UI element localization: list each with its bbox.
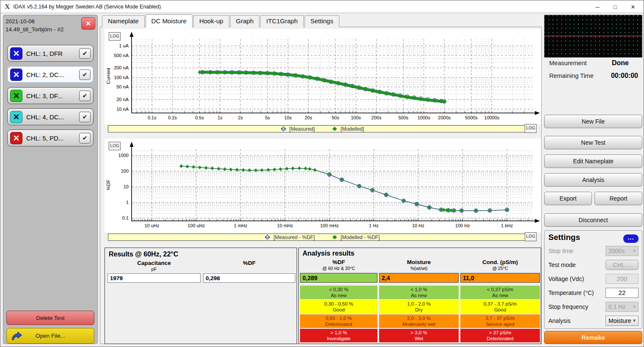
channel-checkbox[interactable]: ✔: [79, 69, 91, 80]
tab-nameplate[interactable]: Nameplate: [102, 15, 145, 27]
analysis-grade-cell: > 1,0 %Investigate: [300, 329, 377, 342]
df-chart-legend: [Measured - %DF][Modelled - %DF]: [108, 234, 537, 241]
svg-text:0.5s: 0.5s: [195, 115, 204, 120]
svg-text:1s: 1s: [217, 115, 223, 120]
channel-item-2[interactable]: ✕CHL: 2, DC...✔: [7, 66, 94, 83]
df-chart[interactable]: 10 uHz100 uHz1 mHz10 mHz100 mHz1 Hz10 Hz…: [105, 138, 541, 232]
analysis-select[interactable]: Moisture▼: [605, 316, 638, 326]
log-scale-button[interactable]: LOG: [525, 124, 537, 133]
report-button[interactable]: Report: [594, 192, 642, 205]
analysis-value: 2,4: [379, 273, 459, 283]
analysis-grade-cell: > 3,0 %Wet: [379, 329, 459, 342]
channel-item-4[interactable]: ✕CHL: 4, DC...✔: [7, 108, 94, 125]
open-file-icon: [11, 331, 23, 341]
analysis-col-subheader: @ 25°C: [460, 266, 540, 271]
tab-dc-moisture[interactable]: DC Moisture: [146, 14, 193, 28]
svg-text:10 Hz: 10 Hz: [412, 223, 424, 228]
analysis-value: 11,0: [460, 273, 540, 283]
svg-text:500 nA: 500 nA: [114, 53, 129, 58]
analysis-col-header: Moisture: [379, 259, 459, 265]
channel-x-icon: ✕: [10, 132, 22, 144]
stop-time-select: 2000s▼: [605, 246, 638, 256]
test-sidebar: 2021-10-06 14.49_till_Torbjörn - #2 ✕ ✕C…: [3, 15, 98, 344]
channel-item-3[interactable]: ✕CHL: 3, DF...✔: [7, 87, 94, 104]
svg-text:50s: 50s: [332, 115, 339, 120]
svg-text:%DF: %DF: [106, 179, 111, 190]
channel-x-icon: ✕: [10, 90, 22, 102]
new-file-button[interactable]: New File: [544, 115, 642, 128]
app-logo-icon: X: [5, 3, 10, 11]
legend-item: [Measured - %DF]: [264, 234, 314, 240]
svg-text:10: 10: [124, 184, 129, 189]
analysis-grade-cell: 0,30 - 0,50 %Good: [300, 300, 377, 314]
maximize-button-icon[interactable]: □: [606, 0, 624, 13]
analysis-grade-cell: < 0,30 %As new: [300, 286, 377, 299]
log-scale-button[interactable]: LOG: [525, 232, 537, 241]
modelled-marker-icon: [332, 234, 338, 240]
channel-checkbox[interactable]: ✔: [79, 112, 91, 122]
capacitance-unit: pF: [107, 267, 201, 272]
dc-moisture-page: 0.1s0.2s0.5s1s2s5s10s20s50s100s200s500s1…: [100, 27, 542, 344]
analysis-label: Analysis: [548, 317, 605, 324]
open-file-button[interactable]: Open File...: [6, 328, 94, 344]
svg-text:10s: 10s: [284, 115, 292, 120]
svg-text:50 nA: 50 nA: [116, 84, 129, 89]
svg-text:2000s: 2000s: [438, 115, 451, 120]
channel-checkbox[interactable]: ✔: [79, 133, 91, 143]
tab-settings[interactable]: Settings: [305, 15, 339, 27]
analysis-grade-cell: 0,37 - 3,7 pS/mGood: [460, 300, 540, 314]
legend-label: [Modelled - %DF]: [341, 234, 380, 240]
analysis-grade-cell: 1,0 - 2,0 %Dry: [379, 300, 459, 314]
minimize-button-icon[interactable]: ─: [589, 0, 606, 13]
tab-graph[interactable]: Graph: [230, 15, 260, 27]
current-chart-legend: [Measured][Modelled]: [108, 125, 537, 132]
svg-text:500s: 500s: [398, 115, 408, 120]
measurement-status-row: Measurement Done: [545, 59, 641, 67]
svg-text:200s: 200s: [372, 115, 382, 120]
capacitance-header: Capacitance: [107, 260, 201, 266]
analysis-results-box: Analysis results %DF@ 60 Hz & 20°C0,289<…: [298, 248, 541, 344]
log-scale-button[interactable]: LOG: [109, 142, 121, 150]
stop-frequency-select: 0,1 Hz▼: [605, 302, 638, 312]
new-test-button[interactable]: New Test: [544, 136, 642, 149]
channel-item-1[interactable]: ✕CHL: 1, DFR✔: [7, 45, 94, 62]
log-scale-button[interactable]: LOG: [109, 32, 121, 41]
analysis-grade-cell: 0,50 - 1,0 %Deteriorated: [300, 314, 377, 328]
channel-label: CHL: 1, DFR: [22, 50, 79, 57]
current-chart[interactable]: 0.1s0.2s0.5s1s2s5s10s20s50s100s200s500s1…: [105, 29, 541, 124]
svg-text:Current: Current: [106, 68, 111, 84]
tab-hook-up[interactable]: Hook-up: [193, 15, 229, 27]
edit-nameplate-button[interactable]: Edit Nameplate: [544, 154, 642, 168]
analysis-button[interactable]: Analysis: [544, 173, 642, 187]
channel-item-5[interactable]: ✕CHL: 5, PD...✔: [7, 129, 94, 146]
remake-button[interactable]: Remake: [544, 331, 642, 344]
results-box: Results @ 60Hz, 22°C Capacitance pF %DF …: [105, 248, 297, 344]
tab-itc1graph[interactable]: ITC1Graph: [260, 15, 303, 27]
analysis-row: AnalysisMoisture▼: [545, 314, 642, 328]
channel-label: CHL: 4, DC...: [22, 113, 79, 121]
tab-bar: NameplateDC MoistureHook-upGraphITC1Grap…: [102, 15, 340, 27]
close-test-button[interactable]: ✕: [81, 17, 95, 30]
chevron-down-icon: ▼: [632, 304, 638, 309]
svg-text:1 kHz: 1 kHz: [501, 223, 513, 228]
svg-text:10 mHz: 10 mHz: [277, 223, 293, 228]
analysis-title: Analysis results: [299, 248, 541, 257]
legend-label: [Measured]: [289, 126, 315, 132]
test-mode-row: Test modeCHL ...: [545, 258, 642, 272]
legend-item: [Modelled - %DF]: [332, 234, 380, 240]
settings-more-button[interactable]: ...: [623, 234, 638, 243]
channel-checkbox[interactable]: ✔: [79, 91, 91, 101]
delete-test-button[interactable]: Delete Test: [6, 311, 94, 325]
analysis-grade-cell: < 0,37 pS/mAs new: [460, 286, 540, 299]
modelled-marker-icon: [332, 126, 338, 132]
results-title: Results @ 60Hz, 22°C: [105, 248, 297, 258]
channel-checkbox[interactable]: ✔: [79, 48, 91, 59]
temperature-input[interactable]: 22: [605, 288, 638, 298]
svg-text:0.1s: 0.1s: [148, 115, 157, 120]
svg-text:1 Hz: 1 Hz: [369, 223, 379, 228]
export-button[interactable]: Export: [544, 192, 592, 205]
temperature-row: Temperature (°C)22: [545, 286, 642, 300]
close-button-icon[interactable]: ✕: [624, 0, 642, 13]
current-chart-panel: 0.1s0.2s0.5s1s2s5s10s20s50s100s200s500s1…: [105, 29, 541, 124]
disconnect-button[interactable]: Disconnect: [544, 213, 642, 227]
